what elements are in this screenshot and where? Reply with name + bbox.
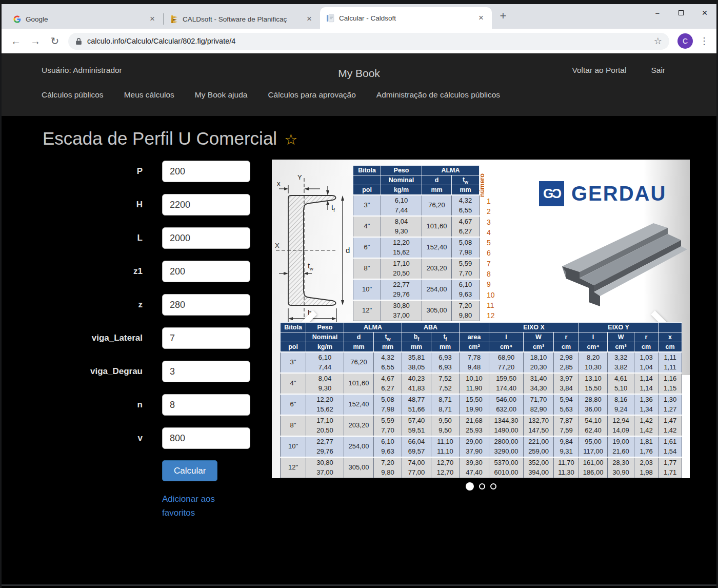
table-row-group: 6"12,20152,405,0848,778,7115,50546,0071,…	[281, 394, 682, 415]
tab-google[interactable]: Google ×	[7, 9, 163, 29]
reload-button[interactable]: ↻	[46, 32, 64, 50]
add-favorites-link[interactable]: Adicionar aos favoritos	[162, 492, 229, 520]
page-body: Escada de Perfil U Comercial☆ PHLz1zviga…	[2, 116, 716, 584]
input-viga_Degrau[interactable]	[162, 361, 250, 382]
cell-tw: 5,08	[452, 237, 480, 248]
cell-tw: 5,59	[374, 415, 402, 426]
cell-area: 15,50	[460, 394, 489, 405]
close-icon[interactable]: ×	[476, 13, 486, 23]
cell-ix: 159,50	[489, 373, 524, 384]
nav-item-meus-calculos[interactable]: Meus cálculos	[124, 90, 174, 100]
nav-item-admin-calculos[interactable]: Administração de cálculos públicos	[376, 90, 500, 100]
input-z[interactable]	[162, 294, 250, 316]
cell-tw: 6,27	[374, 383, 402, 394]
column-header: cm³	[524, 342, 554, 352]
form-row: z1	[43, 261, 253, 282]
numero-value: 9	[487, 279, 504, 289]
calculate-button[interactable]: Calcular	[162, 460, 217, 481]
cell-tw: 4,67	[452, 216, 480, 227]
back-button[interactable]: ←	[7, 32, 25, 50]
cell-bf: 40,23	[402, 373, 431, 384]
input-viga_Lateral[interactable]	[162, 327, 250, 349]
new-tab-button[interactable]: +	[496, 9, 510, 24]
cell-ix: 2800,00	[489, 436, 524, 447]
calc-form: PHLz1zviga_Lateralviga_Degraunv	[43, 161, 253, 461]
input-P[interactable]	[162, 161, 250, 182]
nav-item-calculos-aprovacao[interactable]: Cálculos para aprovação	[268, 90, 355, 100]
cell-wy: 30,90	[608, 467, 634, 478]
form-row: P	[43, 161, 253, 182]
cell-tw: 7,98	[374, 404, 402, 415]
cell-area: 10,10	[460, 373, 489, 384]
column-header: tw	[374, 332, 402, 342]
input-L[interactable]	[162, 227, 250, 249]
cell-bf: 59,51	[402, 425, 431, 436]
maximize-button[interactable]	[669, 4, 693, 22]
numero-column-label: número	[478, 165, 486, 197]
cell-bf: 77,00	[402, 467, 431, 478]
cell-xx: 1,15	[659, 383, 682, 394]
close-window-button[interactable]: ×	[693, 4, 716, 22]
alma-dimensions-table: BitolaPesoALMANominaldtwpolkg/mmmmm3"6,1…	[353, 165, 480, 321]
close-icon[interactable]: ×	[148, 14, 157, 24]
input-v[interactable]	[162, 427, 250, 449]
favorite-star-icon[interactable]: ☆	[284, 131, 297, 148]
tab-title: CALDsoft - Software de Planificaç	[183, 15, 301, 23]
cell-wx: 221,00	[524, 436, 554, 447]
bookmark-star-icon[interactable]: ☆	[654, 35, 662, 47]
field-label-z: z	[43, 300, 143, 310]
nav-item-mybook-ajuda[interactable]: My Book ajuda	[195, 90, 248, 100]
close-icon[interactable]: ×	[305, 14, 314, 24]
cell-rx: 3,97	[554, 373, 579, 384]
input-z1[interactable]	[162, 261, 250, 282]
column-header: mm	[452, 185, 480, 195]
cell-iy: 161,00	[579, 457, 608, 468]
gerdau-logo-text: GERDAU	[571, 182, 666, 205]
address-bar[interactable]: calculo.info/Calculo/Calcular/802.fig/pr…	[68, 33, 669, 50]
cell-wx: 132,70	[524, 415, 554, 426]
column-header: mm	[374, 342, 402, 352]
carousel-dot-1[interactable]	[479, 483, 485, 489]
cell-peso: 6,10	[381, 195, 422, 206]
cell-tf: 12,70	[431, 457, 460, 468]
cell-pol: 8"	[353, 258, 381, 279]
cell-wy: 4,61	[608, 373, 634, 384]
cell-rx: 2,85	[554, 362, 579, 373]
url-text: calculo.info/Calculo/Calcular/802.fig/pr…	[87, 37, 649, 45]
cell-ry: 1,98	[634, 467, 659, 478]
section-drawing	[275, 173, 353, 325]
cell-wy: 19,00	[608, 436, 634, 447]
cell-pol: 4"	[281, 373, 306, 394]
forward-button[interactable]: →	[26, 32, 45, 50]
table-row-group: 12"30,80305,007,2074,0012,7039,305370,00…	[281, 457, 682, 478]
logout-link[interactable]: Sair	[651, 66, 665, 75]
form-row: viga_Lateral	[43, 327, 253, 349]
cell-wy: 3,32	[608, 352, 634, 363]
cell-wx: 18,10	[524, 352, 554, 363]
cell-tw: 7,98	[452, 247, 480, 258]
portal-link[interactable]: Voltar ao Portal	[572, 66, 626, 75]
cell-peso: 29,76	[381, 289, 422, 300]
gerdau-logo: GƆ GERDAU	[539, 181, 666, 206]
taskbar-sliver	[2, 584, 716, 586]
carousel-dot-0[interactable]	[466, 482, 474, 491]
input-n[interactable]	[162, 394, 250, 416]
input-H[interactable]	[162, 194, 250, 215]
form-row: H	[43, 194, 253, 215]
tab-caldsoft-site[interactable]: CALDsoft - Software de Planificaç ×	[164, 9, 320, 29]
profile-avatar[interactable]: C	[677, 33, 693, 49]
cell-iy: 62,40	[579, 425, 608, 436]
minimize-button[interactable]: −	[646, 4, 669, 22]
cell-iy: 117,00	[579, 446, 608, 457]
numero-values: 123456789101112	[487, 196, 504, 321]
nav-item-calculos-publicos[interactable]: Cálculos públicos	[42, 90, 104, 100]
cell-area: 47,40	[460, 467, 489, 478]
tab-calcular-active[interactable]: Calcular - Caldsoft ×	[320, 7, 492, 29]
carousel-dot-2[interactable]	[490, 483, 496, 489]
cell-d: 101,60	[422, 216, 452, 237]
cell-tw: 4,32	[374, 352, 402, 363]
browser-menu-icon[interactable]: ⋮	[697, 35, 711, 47]
cell-peso: 17,10	[306, 415, 344, 426]
cell-peso: 22,77	[381, 279, 422, 290]
column-header	[353, 175, 381, 185]
